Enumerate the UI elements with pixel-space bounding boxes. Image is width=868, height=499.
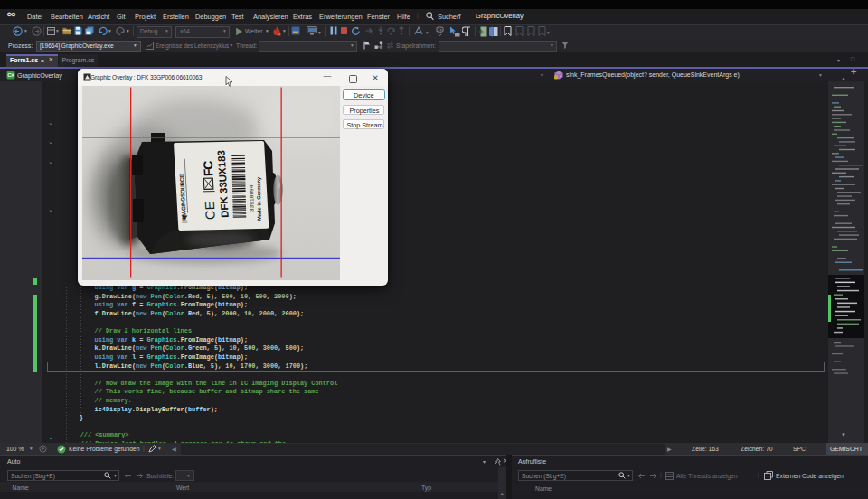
svg-text:C#: C# [7, 72, 14, 78]
svg-text:CE: CE [203, 201, 218, 220]
svg-text:FC: FC [201, 161, 216, 177]
svg-text:Made in Germany: Made in Germany [256, 176, 262, 221]
svg-text:33910094: 33910094 [249, 184, 256, 212]
